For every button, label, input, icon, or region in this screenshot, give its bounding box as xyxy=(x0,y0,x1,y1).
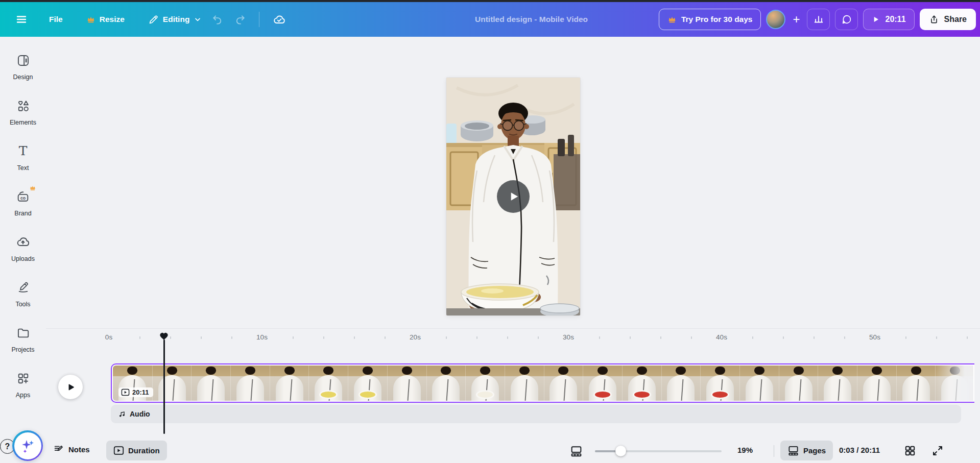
sidebar-item-tools[interactable]: Tools xyxy=(0,278,46,324)
sidebar-label: Apps xyxy=(16,392,31,399)
zoom-slider-thumb[interactable] xyxy=(615,446,626,456)
music-note-icon xyxy=(118,410,126,418)
clip-thumbnail xyxy=(465,365,505,401)
timeline-play-button[interactable] xyxy=(58,375,83,399)
ruler-tick xyxy=(752,336,753,339)
resize-button[interactable]: Resize xyxy=(81,11,130,28)
sidebar-label: Text xyxy=(17,164,29,172)
clip-thumbnail xyxy=(896,365,936,401)
sidebar-item-design[interactable]: Design xyxy=(0,51,46,96)
apps-grid-icon xyxy=(16,371,30,385)
play-icon xyxy=(872,15,880,23)
page-canvas-video[interactable] xyxy=(446,78,580,315)
audio-track-label: Audio xyxy=(130,410,150,418)
clip-duration-label: 20:11 xyxy=(132,388,149,396)
present-play-button[interactable]: 20:11 xyxy=(863,9,914,30)
undo-button[interactable] xyxy=(207,10,229,30)
clip-thumbnail xyxy=(739,365,779,401)
total-duration-label: 20:11 xyxy=(885,15,905,24)
grid-icon xyxy=(904,445,916,457)
clip-thumbnail xyxy=(308,365,348,401)
ruler-tick xyxy=(323,336,324,339)
cloud-check-icon xyxy=(273,13,286,26)
sparkle-icon xyxy=(14,432,41,459)
video-clip-track[interactable]: 20:11 xyxy=(111,363,974,403)
pages-view-icon xyxy=(787,445,799,456)
clip-thumbnail xyxy=(348,365,387,401)
timeline-zoom-slider[interactable] xyxy=(595,450,722,452)
svg-text:co: co xyxy=(20,196,26,201)
ruler-tick xyxy=(476,336,477,339)
expand-arrows-icon xyxy=(931,445,944,457)
ruler-tick xyxy=(936,336,937,339)
sidebar-item-elements[interactable]: Elements xyxy=(0,96,46,142)
add-member-button[interactable]: + xyxy=(791,12,802,27)
share-upload-icon xyxy=(929,14,939,25)
duration-label: Duration xyxy=(128,446,160,455)
main-menu-button[interactable] xyxy=(10,9,33,30)
ruler-label: 10s xyxy=(256,333,268,341)
fullscreen-button[interactable] xyxy=(931,445,944,457)
file-menu[interactable]: File xyxy=(44,11,68,28)
editing-mode-dropdown[interactable]: Editing xyxy=(143,10,207,29)
header-divider xyxy=(259,12,259,27)
ruler-label: 40s xyxy=(716,333,727,341)
text-icon: T xyxy=(16,144,30,158)
sidebar-item-uploads[interactable]: Uploads xyxy=(0,233,46,278)
user-avatar[interactable] xyxy=(766,10,785,29)
audio-track[interactable]: Audio xyxy=(111,405,961,423)
sidebar-label: Projects xyxy=(11,346,34,353)
zoom-level[interactable]: 19% xyxy=(737,446,753,454)
timeline-view-button[interactable] xyxy=(570,445,583,457)
ruler-tick xyxy=(293,336,294,339)
notes-button[interactable]: Notes xyxy=(53,444,90,455)
ruler-label: 0s xyxy=(105,333,112,341)
video-play-overlay-button[interactable] xyxy=(497,180,530,213)
bar-chart-icon xyxy=(813,14,824,25)
share-button[interactable]: Share xyxy=(920,9,976,30)
clip-thumbnail xyxy=(583,365,622,401)
pages-label: Pages xyxy=(803,446,826,455)
clip-thumbnail xyxy=(622,365,661,401)
playback-time-display: 0:03 / 20:11 xyxy=(839,446,880,454)
sidebar-label: Uploads xyxy=(11,255,35,262)
undo-icon xyxy=(212,14,224,26)
ruler-tick xyxy=(630,336,631,339)
ruler-tick xyxy=(446,336,447,339)
elements-icon xyxy=(16,99,30,113)
video-clip-icon xyxy=(113,446,124,455)
sidebar-label: Tools xyxy=(15,301,30,308)
magic-assistant-button[interactable] xyxy=(12,430,43,461)
save-status-cloud[interactable] xyxy=(268,9,291,30)
video-track-thumbnails xyxy=(113,365,973,401)
grid-view-button[interactable] xyxy=(904,445,916,457)
chevron-down-icon xyxy=(194,15,202,23)
sidebar-item-projects[interactable]: Projects xyxy=(0,324,46,369)
crown-icon xyxy=(86,15,95,23)
notes-label: Notes xyxy=(68,445,90,454)
ruler-tick xyxy=(139,336,140,339)
play-icon xyxy=(507,190,520,203)
try-pro-button[interactable]: Try Pro for 30 days xyxy=(659,9,761,30)
ruler-tick xyxy=(201,336,202,339)
clip-thumbnail xyxy=(544,365,583,401)
share-label: Share xyxy=(944,15,967,24)
insights-button[interactable] xyxy=(807,9,830,30)
redo-button[interactable] xyxy=(229,10,251,30)
clip-thumbnail xyxy=(661,365,701,401)
sidebar-item-apps[interactable]: Apps xyxy=(0,369,46,415)
sidebar-label: Design xyxy=(13,74,33,81)
pages-button[interactable]: Pages xyxy=(780,441,833,460)
brand-icon: co xyxy=(16,189,30,204)
redo-icon xyxy=(234,14,246,26)
timeline-ruler[interactable]: 0s10s20s30s40s50s xyxy=(0,333,980,342)
hamburger-icon xyxy=(15,13,28,26)
timeline-view-icon xyxy=(570,445,583,457)
duration-button[interactable]: Duration xyxy=(106,441,167,460)
clip-thumbnail xyxy=(387,365,426,401)
ruler-tick xyxy=(905,336,906,339)
sidebar-item-brand[interactable]: co Brand xyxy=(0,187,46,233)
sidebar-item-text[interactable]: T Text xyxy=(0,142,46,187)
comments-button[interactable] xyxy=(835,9,858,30)
design-title[interactable]: Untitled design - Mobile Video xyxy=(475,2,588,37)
